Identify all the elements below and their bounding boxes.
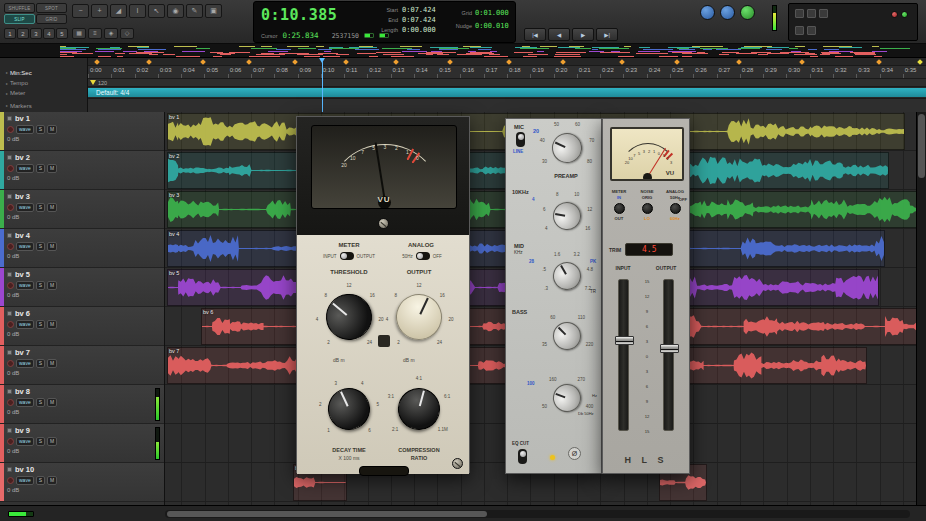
record-enable-button[interactable] — [7, 399, 14, 406]
phase-button[interactable]: Ø — [568, 447, 581, 460]
ruler-label-markers[interactable]: ▸Markers — [0, 99, 87, 112]
smart-tool-button[interactable]: ▣ — [205, 4, 222, 18]
zoom-preset-1[interactable]: 1 — [4, 28, 16, 39]
record-enable-button[interactable] — [7, 165, 14, 172]
record-indicator[interactable] — [891, 11, 898, 18]
selector-tool-button[interactable]: I — [129, 4, 146, 18]
timeline-rulers[interactable]: 0:000:010:020:030:040:050:060:070:080:09… — [88, 58, 926, 112]
edit-mode-slip[interactable]: SLIP — [4, 14, 35, 24]
track-view-selector[interactable]: wave — [16, 125, 34, 134]
fader-cap[interactable] — [660, 344, 679, 353]
track-name[interactable]: bv 9 — [15, 426, 30, 435]
preset-display[interactable] — [359, 466, 409, 476]
vertical-scrollbar[interactable] — [916, 112, 926, 505]
zoom-in-button[interactable]: + — [91, 4, 108, 18]
insertion-follows-icon[interactable]: ◈ — [104, 28, 118, 39]
track-view-selector[interactable]: wave — [16, 242, 34, 251]
volume-readout[interactable]: 0 dB — [7, 174, 150, 183]
memory-location-marker[interactable] — [292, 59, 298, 65]
meter-ruler[interactable]: Default: 4/4 — [88, 87, 926, 99]
edit-mode-spot[interactable]: SPOT — [36, 3, 67, 13]
record-enable-button[interactable] — [7, 282, 14, 289]
decay-time-knob[interactable]: 123456 — [313, 373, 385, 445]
online-icon[interactable] — [740, 5, 755, 20]
volume-readout[interactable]: 0 dB — [7, 486, 150, 495]
record-enable-button[interactable] — [7, 243, 14, 250]
nudge-value[interactable]: 0:00.010 — [475, 22, 509, 30]
zoom-preset-3[interactable]: 3 — [30, 28, 42, 39]
track-header-bv-6[interactable]: bv 6waveSM0 dB — [0, 307, 164, 346]
grabber-tool-button[interactable]: ↖ — [148, 4, 165, 18]
track-name[interactable]: bv 4 — [15, 231, 30, 240]
track-name[interactable]: bv 3 — [15, 192, 30, 201]
track-view-selector[interactable]: wave — [16, 398, 34, 407]
solo-button[interactable]: S — [36, 359, 45, 368]
main-counter[interactable]: 0:10.385 — [261, 6, 337, 24]
record-enable-button[interactable] — [7, 321, 14, 328]
input-fader[interactable] — [618, 279, 629, 431]
solo-button[interactable]: S — [36, 476, 45, 485]
go-to-end-button[interactable]: ▶| — [596, 28, 618, 41]
grid-value[interactable]: 0:01.000 — [475, 9, 509, 17]
solo-button[interactable]: S — [36, 398, 45, 407]
markers-dot-row[interactable] — [88, 58, 926, 66]
memory-location-marker[interactable] — [799, 59, 805, 65]
memory-location-marker[interactable] — [146, 59, 152, 65]
volume-readout[interactable]: 0 dB — [7, 252, 150, 261]
mute-button[interactable]: M — [47, 437, 57, 446]
track-header-bv-3[interactable]: bv 3waveSM0 dB — [0, 190, 164, 229]
workspace-icon[interactable] — [819, 9, 828, 18]
mute-button[interactable]: M — [47, 476, 57, 485]
horizontal-scrollbar[interactable] — [165, 510, 910, 518]
go-to-start-button[interactable]: |◀ — [524, 28, 546, 41]
hf-gain-knob[interactable]: 468101216 — [546, 195, 588, 237]
noise-switch[interactable] — [642, 203, 653, 214]
edit-mode-grid[interactable]: GRID — [36, 14, 67, 24]
scrubber-tool-button[interactable]: ◉ — [167, 4, 184, 18]
solo-button[interactable]: S — [36, 320, 45, 329]
record-enable-button[interactable] — [7, 126, 14, 133]
play-indicator[interactable] — [901, 11, 908, 18]
memory-location-marker[interactable] — [246, 59, 252, 65]
threshold-knob[interactable]: 24812162024 — [311, 279, 387, 355]
mute-button[interactable]: M — [47, 320, 57, 329]
track-header-bv-7[interactable]: bv 7waveSM0 dB — [0, 346, 164, 385]
track-view-selector[interactable]: wave — [16, 476, 34, 485]
track-view-selector[interactable]: wave — [16, 320, 34, 329]
memory-location-marker[interactable] — [506, 59, 512, 65]
track-name[interactable]: bv 8 — [15, 387, 30, 396]
link-timeline-icon[interactable]: ▦ — [72, 28, 86, 39]
track-name[interactable]: bv 1 — [15, 114, 30, 123]
timeline-selection-bar[interactable]: Default: 4/4 — [88, 88, 926, 97]
mute-button[interactable]: M — [47, 164, 57, 173]
zoom-out-button[interactable]: − — [72, 4, 89, 18]
ruler-label-minsec[interactable]: ▸Min:Sec — [0, 66, 87, 79]
memory-location-marker[interactable] — [94, 59, 100, 65]
session-setup-icon[interactable] — [795, 9, 804, 18]
tempo-ruler[interactable]: 120 — [88, 79, 926, 87]
preamp-knob[interactable]: 304050607080 — [544, 125, 590, 171]
volume-readout[interactable]: 0 dB — [7, 369, 150, 378]
universe-overview[interactable] — [0, 44, 926, 58]
tempo-map-icon[interactable] — [807, 26, 816, 35]
track-view-selector[interactable]: wave — [16, 281, 34, 290]
track-name[interactable]: bv 10 — [15, 465, 34, 474]
volume-readout[interactable]: 0 dB — [7, 213, 150, 222]
mute-button[interactable]: M — [47, 242, 57, 251]
mouse-scroll-icon[interactable] — [700, 5, 715, 20]
trim-display[interactable]: 4.5 — [625, 243, 673, 256]
memory-location-marker[interactable] — [343, 59, 349, 65]
trim-tool-button[interactable]: ◢ — [110, 4, 127, 18]
minsec-ruler[interactable]: 0:000:010:020:030:040:050:060:070:080:09… — [88, 66, 926, 79]
output-knob[interactable]: 24812162024 — [381, 279, 457, 355]
memory-location-marker[interactable] — [447, 59, 453, 65]
forward-button[interactable]: ▶ — [572, 28, 594, 41]
midi-merge-icon[interactable] — [795, 26, 804, 35]
window-config-icon[interactable] — [807, 9, 816, 18]
track-header-bv-10[interactable]: bv 10waveSM0 dB — [0, 463, 164, 502]
eq-cut-switch[interactable] — [518, 449, 527, 464]
link-session-icon[interactable] — [720, 5, 735, 20]
solo-button[interactable]: S — [36, 125, 45, 134]
mute-button[interactable]: M — [47, 281, 57, 290]
markers-ruler[interactable] — [88, 99, 926, 112]
